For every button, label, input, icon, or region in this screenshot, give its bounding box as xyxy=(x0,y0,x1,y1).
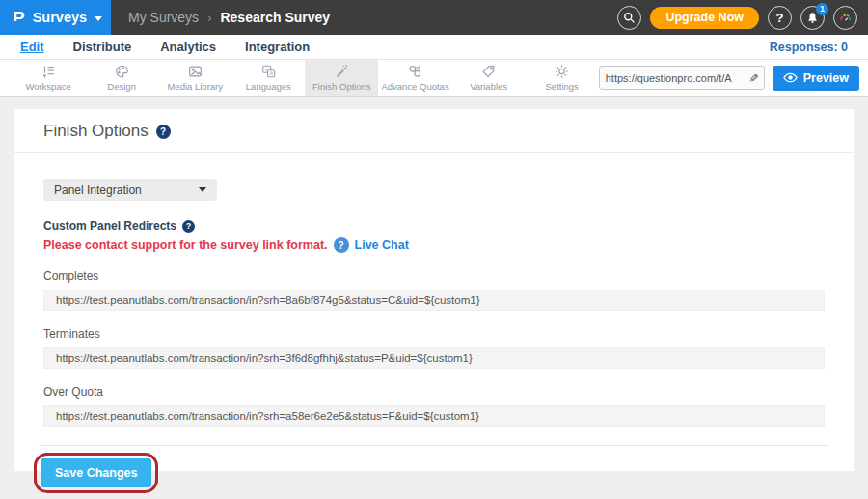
toolbar-tab-finish-options[interactable]: Finish Options xyxy=(305,60,378,96)
support-note: Please contact support for the survey li… xyxy=(43,237,825,253)
search-icon xyxy=(623,12,636,24)
search-button[interactable] xyxy=(617,6,641,30)
tab-edit[interactable]: Edit xyxy=(20,40,44,54)
edit-toolbar: Workspace Design Media Library x A Langu… xyxy=(0,60,868,97)
toolbar-tab-media-library[interactable]: Media Library xyxy=(158,60,231,96)
card-header: Finish Options ? xyxy=(14,109,854,153)
live-chat-link[interactable]: Live Chat xyxy=(355,238,409,252)
breadcrumb-current-survey: Research Survey xyxy=(220,10,330,25)
support-note-text: Please contact support for the survey li… xyxy=(43,238,328,252)
toolbar-tab-advance-quotas[interactable]: Advance Quotas xyxy=(378,60,451,96)
card-body: Panel Integration Custom Panel Redirects… xyxy=(14,153,854,493)
tab-analytics[interactable]: Analytics xyxy=(160,40,216,54)
workspace-icon xyxy=(41,64,57,79)
upgrade-now-button[interactable]: Upgrade Now xyxy=(650,7,759,29)
finish-options-icon xyxy=(334,64,350,79)
save-annotation-highlight: Save Changes xyxy=(34,453,158,493)
toolbar-tab-languages[interactable]: x A Languages xyxy=(231,60,305,96)
tab-distribute[interactable]: Distribute xyxy=(73,40,132,54)
responses-count[interactable]: Responses: 0 xyxy=(770,41,848,54)
panel-integration-dropdown[interactable]: Panel Integration xyxy=(43,179,217,201)
help-icon: ? xyxy=(776,11,784,25)
save-changes-button[interactable]: Save Changes xyxy=(41,458,151,487)
page-content: Finish Options ? Panel Integration Custo… xyxy=(0,97,868,499)
advance-quotas-icon xyxy=(407,64,423,79)
usage-meter-button[interactable] xyxy=(833,6,857,30)
toolbar-right: ✎ Preview xyxy=(599,60,868,96)
svg-text:A: A xyxy=(269,70,273,76)
survey-url-box: ✎ xyxy=(599,66,765,90)
finish-options-card: Finish Options ? Panel Integration Custo… xyxy=(14,109,854,471)
finish-options-help-icon[interactable]: ? xyxy=(156,125,171,139)
completes-url-input[interactable] xyxy=(43,290,825,311)
product-switcher[interactable]: P Surveys xyxy=(0,0,111,35)
eye-icon xyxy=(783,72,798,83)
topbar-actions: Upgrade Now ? 1 xyxy=(617,6,868,30)
page-title: Finish Options xyxy=(43,122,149,141)
completes-field-group: Completes xyxy=(43,269,825,311)
terminates-label: Terminates xyxy=(43,327,825,341)
terminates-field-group: Terminates xyxy=(43,327,825,369)
custom-panel-redirects-heading: Custom Panel Redirects ? xyxy=(43,219,825,233)
breadcrumb: My Surveys › Research Survey xyxy=(128,10,330,25)
completes-label: Completes xyxy=(43,269,825,283)
toolbar-tab-variables[interactable]: Variables xyxy=(452,60,526,96)
over-quota-url-input[interactable] xyxy=(43,405,825,427)
variables-icon xyxy=(480,64,497,79)
terminates-url-input[interactable] xyxy=(43,347,825,369)
survey-url-input[interactable] xyxy=(606,72,748,84)
toolbar-tab-design[interactable]: Design xyxy=(85,60,158,96)
over-quota-label: Over Quota xyxy=(43,385,825,399)
edit-pencil-icon[interactable]: ✎ xyxy=(746,72,760,82)
breadcrumb-my-surveys[interactable]: My Surveys xyxy=(128,10,199,25)
breadcrumb-separator: › xyxy=(207,11,211,25)
questionpro-logo: P xyxy=(13,9,25,27)
over-quota-field-group: Over Quota xyxy=(43,385,825,427)
custom-panel-redirects-help-icon[interactable]: ? xyxy=(182,220,195,233)
chevron-down-icon xyxy=(199,187,206,192)
usage-meter-icon xyxy=(838,11,853,25)
settings-icon xyxy=(554,64,570,79)
preview-button[interactable]: Preview xyxy=(773,66,859,91)
chevron-down-icon xyxy=(95,16,102,21)
toolbar-tab-settings[interactable]: Settings xyxy=(526,60,599,96)
top-bar: P Surveys My Surveys › Research Survey U… xyxy=(0,0,868,35)
survey-nav: Edit Distribute Analytics Integration Re… xyxy=(0,35,868,60)
product-label: Surveys xyxy=(33,10,87,25)
notifications-button[interactable]: 1 xyxy=(800,6,825,30)
design-icon xyxy=(114,64,130,79)
languages-icon: x A xyxy=(260,64,277,79)
media-library-icon xyxy=(187,64,203,79)
svg-text:x: x xyxy=(265,67,268,72)
tab-integration[interactable]: Integration xyxy=(245,40,310,54)
divider xyxy=(39,445,829,446)
dropdown-value: Panel Integration xyxy=(54,183,142,197)
help-button[interactable]: ? xyxy=(768,6,792,30)
live-chat-help-icon[interactable]: ? xyxy=(334,237,349,253)
toolbar-tab-workspace[interactable]: Workspace xyxy=(12,60,85,96)
notification-badge: 1 xyxy=(816,3,828,15)
